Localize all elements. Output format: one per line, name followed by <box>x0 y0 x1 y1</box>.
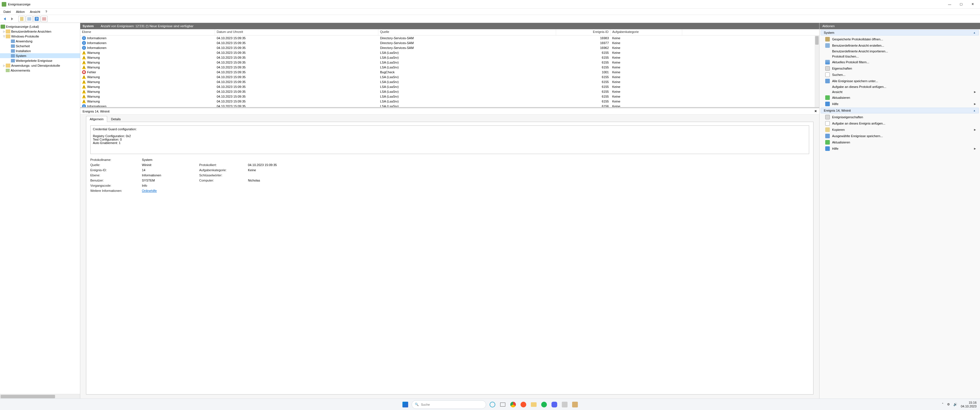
tree-log-system[interactable]: System <box>0 53 80 58</box>
action-item[interactable]: Hilfe▶ <box>821 146 979 152</box>
col-category[interactable]: Aufgabenkategorie <box>611 29 682 35</box>
tree-root[interactable]: Ereignisanzeige (Lokal) <box>0 24 80 29</box>
app-explorer[interactable] <box>530 401 538 408</box>
menu-help[interactable]: ? <box>43 9 49 14</box>
close-button[interactable]: ✕ <box>967 0 978 9</box>
tree-horizontal-scrollbar[interactable] <box>0 394 80 399</box>
app-chrome[interactable] <box>509 401 517 408</box>
task-view-button[interactable] <box>499 401 507 408</box>
col-level[interactable]: Ebene <box>80 29 215 35</box>
event-row[interactable]: ✖Fehler04.10.2023 15:09:35BugCheck1001Ke… <box>80 70 819 74</box>
action-item[interactable]: Aufgabe an dieses Protokoll anfügen... <box>821 84 979 89</box>
navigation-tree[interactable]: Ereignisanzeige (Lokal) ▷Benutzerdefinie… <box>0 23 80 399</box>
action-item[interactable]: Gespeicherte Protokolldatei öffnen... <box>821 36 979 43</box>
app-spotify[interactable] <box>540 401 548 408</box>
event-row[interactable]: iInformationen04.10.2023 15:09:35Directo… <box>80 45 819 50</box>
action-item[interactable]: Eigenschaften <box>821 65 979 71</box>
tree-log-setup[interactable]: Installation <box>0 48 80 53</box>
action-item[interactable]: Alle Ereignisse speichern unter... <box>821 78 979 84</box>
event-row[interactable]: !Warnung04.10.2023 15:09:35LSA (LsaSrv)6… <box>80 99 819 104</box>
expand-icon[interactable]: ▷ <box>2 30 6 33</box>
toolbar-help-button[interactable]: ? <box>33 16 40 22</box>
copilot-button[interactable] <box>488 401 496 408</box>
action-item[interactable]: Aufgabe an dieses Ereignis anfügen... <box>821 120 979 127</box>
scrollbar-thumb[interactable] <box>1 395 55 398</box>
action-item[interactable]: Suchen... <box>821 71 979 78</box>
taskbar-search[interactable]: 🔍Suche <box>412 400 486 409</box>
detail-close-button[interactable]: ✕ <box>815 109 817 113</box>
taskbar[interactable]: 🔍Suche ˄ ⚙ 🔊 15:16 04.10.2023 <box>0 399 980 410</box>
nav-forward-button[interactable] <box>9 16 16 22</box>
minimize-button[interactable]: — <box>944 0 955 9</box>
tab-details[interactable]: Details <box>107 116 124 122</box>
tree-log-security[interactable]: Sicherheit <box>0 44 80 48</box>
actions-header: Aktionen <box>819 23 980 29</box>
action-item[interactable]: Ereigniseigenschaften <box>821 114 979 120</box>
tree-custom-views[interactable]: ▷Benutzerdefinierte Ansichten <box>0 29 80 34</box>
event-row[interactable]: iInformationen04.10.2023 15:09:35LSA (Ls… <box>80 104 819 107</box>
action-item[interactable]: Benutzerdefinierte Ansicht erstellen... <box>821 43 979 49</box>
nav-back-button[interactable] <box>1 16 8 22</box>
event-row[interactable]: !Warnung04.10.2023 15:09:35LSA (LsaSrv)6… <box>80 60 819 65</box>
action-item[interactable]: Kopieren▶ <box>821 127 979 133</box>
app-icon <box>2 2 6 6</box>
action-item[interactable]: Aktuelles Protokoll filtern... <box>821 59 979 65</box>
event-row[interactable]: !Warnung04.10.2023 15:09:35LSA (LsaSrv)6… <box>80 55 819 60</box>
online-help-link[interactable]: Onlinehilfe <box>142 189 199 192</box>
tree-app-service-logs[interactable]: ▷Anwendungs- und Dienstprotokolle <box>0 63 80 68</box>
event-row[interactable]: !Warnung04.10.2023 15:09:35LSA (LsaSrv)6… <box>80 79 819 84</box>
tree-log-application[interactable]: Anwendung <box>0 39 80 44</box>
start-button[interactable] <box>401 401 409 408</box>
panel-icon <box>42 17 46 21</box>
event-message[interactable]: Credential Guard configuration: Registry… <box>90 125 809 154</box>
event-row[interactable]: !Warnung04.10.2023 15:09:35LSA (LsaSrv)6… <box>80 74 819 79</box>
collapse-icon[interactable]: ▽ <box>2 35 6 38</box>
action-item[interactable]: Aktualisieren <box>821 95 979 101</box>
menu-view[interactable]: Ansicht <box>27 9 43 14</box>
menu-action[interactable]: Aktion <box>14 9 27 14</box>
toolbar-button-2[interactable] <box>26 16 33 22</box>
volume-icon[interactable]: 🔊 <box>953 402 957 406</box>
event-row[interactable]: !Warnung04.10.2023 15:09:35LSA (LsaSrv)6… <box>80 94 819 99</box>
system-tray[interactable]: ˄ ⚙ 🔊 15:16 04.10.2023 <box>942 401 977 408</box>
col-datetime[interactable]: Datum und Uhrzeit <box>215 29 379 35</box>
event-row[interactable]: !Warnung04.10.2023 15:09:35LSA (LsaSrv)6… <box>80 65 819 70</box>
tree-windows-logs[interactable]: ▽Windows-Protokolle <box>0 34 80 39</box>
event-row[interactable]: iInformationen04.10.2023 15:09:35Directo… <box>80 40 819 45</box>
col-source[interactable]: Quelle <box>379 29 556 35</box>
action-item[interactable]: Aktualisieren <box>821 139 979 146</box>
network-icon[interactable]: ⚙ <box>947 402 950 406</box>
toolbar-button-1[interactable] <box>18 16 25 22</box>
toolbar-button-3[interactable] <box>41 16 48 22</box>
event-row[interactable]: !Warnung04.10.2023 15:09:35LSA (LsaSrv)6… <box>80 84 819 89</box>
event-row[interactable]: !Warnung04.10.2023 15:09:35LSA (LsaSrv)6… <box>80 50 819 55</box>
maximize-button[interactable]: ▢ <box>955 0 967 9</box>
app-generic-2[interactable] <box>571 401 579 408</box>
app-brave[interactable] <box>519 401 527 408</box>
grid-body[interactable]: iInformationen04.10.2023 15:09:35Directo… <box>80 35 819 107</box>
event-row[interactable]: iInformationen04.10.2023 15:09:35Directo… <box>80 35 819 40</box>
tree-log-forwarded[interactable]: Weitergeleitete Ereignisse <box>0 58 80 63</box>
event-row[interactable]: !Warnung04.10.2023 15:09:35LSA (LsaSrv)6… <box>80 89 819 94</box>
expand-icon[interactable]: ▷ <box>2 64 6 67</box>
app-generic-1[interactable] <box>561 401 569 408</box>
action-item[interactable]: Benutzerdefinierte Ansicht importieren..… <box>821 49 979 54</box>
action-item[interactable]: Protokoll löschen... <box>821 54 979 59</box>
tree-subscriptions[interactable]: Abonnements <box>0 68 80 73</box>
menu-file[interactable]: Datei <box>1 9 13 14</box>
tray-overflow-icon[interactable]: ˄ <box>942 402 943 406</box>
tab-general[interactable]: Allgemein <box>86 116 107 122</box>
action-item[interactable]: Ausgewählte Ereignisse speichern... <box>821 133 979 139</box>
app-discord[interactable] <box>550 401 558 408</box>
actions-group-system[interactable]: System▲ <box>821 30 979 35</box>
grid-vertical-scrollbar[interactable] <box>815 35 819 107</box>
action-item[interactable]: Hilfe▶ <box>821 101 979 107</box>
warn-icon: ! <box>82 55 86 60</box>
actions-group-event[interactable]: Ereignis 14, Wininit▲ <box>821 108 979 113</box>
action-item[interactable]: Ansicht▶ <box>821 89 979 95</box>
taskbar-clock[interactable]: 15:16 04.10.2023 <box>961 401 977 408</box>
toolbar: ? <box>0 15 980 23</box>
scrollbar-thumb[interactable] <box>815 36 819 45</box>
chrome-icon <box>510 402 516 407</box>
col-eventid[interactable]: Ereignis-ID <box>556 29 611 35</box>
